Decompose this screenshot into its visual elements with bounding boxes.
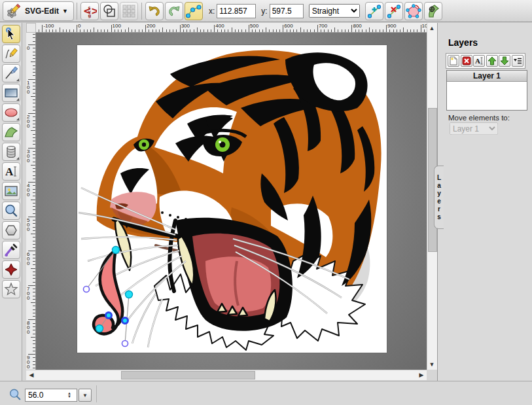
scroll-up-arrow[interactable]: ▲ — [427, 24, 436, 33]
ruler-tick — [52, 29, 53, 32]
ruler-tick — [207, 29, 208, 32]
ruler-tick — [84, 29, 84, 32]
ruler-tick — [232, 27, 232, 32]
ellipse-tool-button[interactable] — [2, 103, 20, 122]
path-node-selected[interactable] — [122, 318, 128, 324]
convert-to-path-button[interactable] — [424, 2, 442, 20]
new-layer-button[interactable] — [448, 55, 459, 67]
ruler-tick — [145, 25, 146, 32]
delete-layer-button[interactable] — [461, 55, 472, 67]
layers-panel-title: Layers — [448, 37, 478, 48]
ruler-tick — [33, 227, 35, 228]
scroll-right-arrow[interactable]: ▶ — [417, 370, 426, 379]
horizontal-scrollbar[interactable]: ◀ ▶ — [26, 370, 427, 380]
ruler-tick — [273, 29, 274, 32]
ruler-tick — [421, 25, 421, 32]
ruler-tick — [33, 306, 35, 306]
ruler-tick — [351, 25, 352, 32]
segment-type-select[interactable]: Straight — [309, 4, 360, 18]
text-tool-button[interactable]: A — [2, 162, 20, 181]
grid-button[interactable] — [120, 2, 138, 20]
ruler-tick — [33, 357, 35, 358]
zoom-dropdown-button[interactable]: ▼ — [79, 389, 92, 402]
redo-button[interactable] — [165, 2, 183, 20]
path-node[interactable] — [96, 325, 103, 332]
layer-menu-button[interactable] — [512, 55, 523, 67]
zoom-input[interactable] — [26, 391, 65, 400]
y-input[interactable] — [270, 4, 304, 18]
ruler-tick — [33, 206, 35, 207]
path-tool-button[interactable] — [2, 123, 20, 141]
zoom-value-field[interactable]: ▲▼ — [25, 389, 77, 402]
zoom-spinner[interactable]: ▲▼ — [65, 392, 74, 398]
zoom-tool-icon — [4, 203, 18, 218]
layers-panel-handle[interactable]: Layers — [434, 166, 444, 229]
layer-row-selected[interactable]: Layer 1 — [447, 71, 527, 82]
layer-down-icon — [500, 56, 509, 65]
layer-list: Layer 1 — [446, 70, 527, 111]
ruler-tick — [33, 151, 35, 152]
ruler-tick — [33, 58, 35, 59]
ruler-tick — [304, 29, 304, 32]
scroll-left-arrow[interactable]: ◀ — [27, 370, 36, 379]
rename-layer-button[interactable]: A — [473, 55, 485, 67]
ruler-tick — [33, 347, 35, 348]
control-handle-node[interactable] — [122, 341, 128, 347]
ruler-tick — [342, 29, 342, 32]
path-node-selected[interactable] — [106, 313, 112, 319]
ruler-tick — [33, 107, 35, 107]
polygon-tool-button[interactable] — [2, 221, 20, 239]
add-node-button[interactable] — [365, 2, 383, 20]
ruler-tick — [39, 29, 39, 32]
x-input[interactable] — [217, 4, 256, 18]
ruler-tick — [156, 29, 156, 32]
ruler-tick — [33, 230, 35, 231]
line-tool-button[interactable] — [2, 64, 20, 82]
select-tool-button[interactable] — [2, 25, 20, 43]
main-menu-button[interactable]: SVG-Edit ▼ — [3, 1, 74, 21]
wireframe-mode-button[interactable] — [100, 2, 118, 20]
ruler-tick — [33, 179, 35, 179]
ruler-tick — [115, 29, 115, 32]
new-layer-icon — [449, 56, 458, 65]
delete-node-button[interactable] — [385, 2, 403, 20]
ruler-label: 700 — [27, 287, 32, 300]
drawing-page[interactable] — [77, 44, 387, 353]
canvas-workspace[interactable] — [36, 33, 427, 370]
open-path-button[interactable] — [404, 2, 423, 20]
eyedropper-tool-button[interactable] — [2, 241, 20, 259]
path-node[interactable] — [126, 291, 133, 298]
undo-icon — [147, 4, 162, 18]
star-tool-button[interactable] — [2, 280, 20, 298]
ruler-tick — [33, 34, 35, 35]
move-elements-label: Move elements to: — [448, 114, 510, 122]
ruler-tick — [149, 29, 149, 32]
scroll-down-arrow[interactable]: ▼ — [427, 360, 436, 369]
image-tool-button[interactable] — [2, 182, 20, 200]
ruler-tick — [33, 137, 35, 138]
flyout-arrow — [16, 118, 19, 120]
path-node[interactable] — [113, 247, 120, 254]
ruler-tick — [33, 275, 35, 275]
link-control-points-button[interactable] — [185, 2, 203, 20]
move-layer-up-button[interactable] — [486, 55, 498, 67]
ruler-tick — [162, 27, 163, 32]
ruler-tick — [33, 175, 35, 176]
red-shape-tool-button[interactable] — [2, 260, 20, 279]
ruler-label: 700 — [319, 23, 327, 29]
move-elements-select[interactable]: Layer 1 — [450, 122, 498, 135]
move-layer-down-button[interactable] — [499, 55, 510, 67]
ruler-tick — [204, 29, 204, 32]
source-editor-button[interactable]: < s v g > — [80, 2, 99, 20]
horizontal-scroll-thumb[interactable] — [121, 371, 255, 379]
svg-text:A: A — [475, 57, 480, 65]
select-tool-icon — [4, 27, 18, 41]
pencil-tool-button[interactable] — [2, 44, 20, 63]
ruler-tick — [118, 29, 118, 32]
control-handle-node[interactable] — [84, 287, 90, 292]
rectangle-tool-button[interactable] — [2, 84, 20, 102]
undo-button[interactable] — [145, 2, 164, 20]
ruler-tick — [33, 316, 35, 317]
zoom-tool-button[interactable] — [2, 202, 20, 220]
shape-library-button[interactable] — [2, 143, 20, 161]
